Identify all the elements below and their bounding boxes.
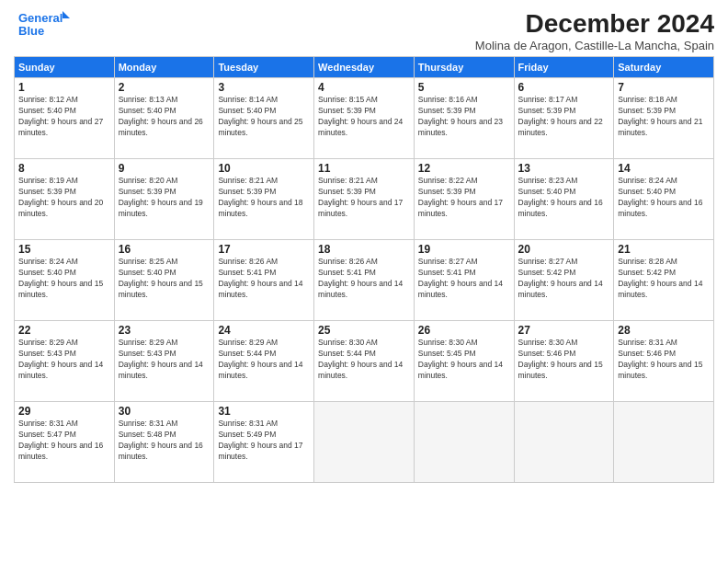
calendar-day: 14Sunrise: 8:24 AMSunset: 5:40 PMDayligh… — [614, 159, 714, 240]
day-number: 18 — [318, 243, 410, 256]
day-info: Sunrise: 8:22 AMSunset: 5:39 PMDaylight:… — [418, 176, 510, 220]
day-info: Sunrise: 8:23 AMSunset: 5:40 PMDaylight:… — [518, 176, 610, 220]
calendar-week: 1Sunrise: 8:12 AMSunset: 5:40 PMDaylight… — [15, 78, 714, 159]
day-number: 8 — [18, 162, 110, 175]
day-number: 16 — [119, 243, 210, 256]
calendar-day: 24Sunrise: 8:29 AMSunset: 5:44 PMDayligh… — [214, 321, 314, 402]
day-info: Sunrise: 8:31 AMSunset: 5:49 PMDaylight:… — [218, 419, 310, 463]
day-info: Sunrise: 8:28 AMSunset: 5:42 PMDaylight:… — [618, 257, 710, 301]
calendar-day: 29Sunrise: 8:31 AMSunset: 5:47 PMDayligh… — [15, 402, 115, 483]
page: GeneralBlue December 2024 Molina de Arag… — [0, 0, 728, 563]
day-number: 14 — [618, 162, 710, 175]
day-info: Sunrise: 8:16 AMSunset: 5:39 PMDaylight:… — [418, 95, 510, 139]
day-info: Sunrise: 8:20 AMSunset: 5:39 PMDaylight:… — [119, 176, 210, 220]
svg-text:General: General — [18, 11, 63, 25]
day-number: 28 — [618, 324, 710, 337]
calendar-day: 13Sunrise: 8:23 AMSunset: 5:40 PMDayligh… — [514, 159, 614, 240]
day-info: Sunrise: 8:26 AMSunset: 5:41 PMDaylight:… — [318, 257, 410, 301]
day-number: 11 — [318, 162, 410, 175]
day-info: Sunrise: 8:29 AMSunset: 5:43 PMDaylight:… — [18, 338, 110, 382]
day-header: Saturday — [614, 57, 714, 78]
location: Molina de Aragon, Castille-La Mancha, Sp… — [475, 39, 714, 52]
calendar-day: 17Sunrise: 8:26 AMSunset: 5:41 PMDayligh… — [214, 240, 314, 321]
day-info: Sunrise: 8:31 AMSunset: 5:47 PMDaylight:… — [18, 419, 110, 463]
day-number: 10 — [218, 162, 310, 175]
calendar-day: 12Sunrise: 8:22 AMSunset: 5:39 PMDayligh… — [414, 159, 514, 240]
calendar-day: 28Sunrise: 8:31 AMSunset: 5:46 PMDayligh… — [614, 321, 714, 402]
calendar-day: 26Sunrise: 8:30 AMSunset: 5:45 PMDayligh… — [414, 321, 514, 402]
day-info: Sunrise: 8:13 AMSunset: 5:40 PMDaylight:… — [119, 95, 210, 139]
day-info: Sunrise: 8:30 AMSunset: 5:46 PMDaylight:… — [518, 338, 610, 382]
calendar-day: 19Sunrise: 8:27 AMSunset: 5:41 PMDayligh… — [414, 240, 514, 321]
day-info: Sunrise: 8:15 AMSunset: 5:39 PMDaylight:… — [318, 95, 410, 139]
svg-marker-2 — [63, 11, 70, 18]
day-info: Sunrise: 8:30 AMSunset: 5:45 PMDaylight:… — [418, 338, 510, 382]
calendar-day: 27Sunrise: 8:30 AMSunset: 5:46 PMDayligh… — [514, 321, 614, 402]
calendar-day: 2Sunrise: 8:13 AMSunset: 5:40 PMDaylight… — [114, 78, 214, 159]
day-info: Sunrise: 8:29 AMSunset: 5:44 PMDaylight:… — [218, 338, 310, 382]
header: GeneralBlue December 2024 Molina de Arag… — [14, 9, 714, 52]
day-info: Sunrise: 8:25 AMSunset: 5:40 PMDaylight:… — [119, 257, 210, 301]
day-info: Sunrise: 8:19 AMSunset: 5:39 PMDaylight:… — [18, 176, 110, 220]
logo: GeneralBlue — [14, 9, 78, 41]
calendar-day: 21Sunrise: 8:28 AMSunset: 5:42 PMDayligh… — [614, 240, 714, 321]
calendar-week: 15Sunrise: 8:24 AMSunset: 5:40 PMDayligh… — [15, 240, 714, 321]
day-number: 9 — [119, 162, 210, 175]
calendar-day — [414, 402, 514, 483]
day-number: 25 — [318, 324, 410, 337]
day-number: 20 — [518, 243, 610, 256]
calendar: SundayMondayTuesdayWednesdayThursdayFrid… — [14, 56, 714, 483]
calendar-day: 6Sunrise: 8:17 AMSunset: 5:39 PMDaylight… — [514, 78, 614, 159]
calendar-day: 18Sunrise: 8:26 AMSunset: 5:41 PMDayligh… — [314, 240, 415, 321]
day-header: Tuesday — [214, 57, 314, 78]
title-section: December 2024 Molina de Aragon, Castille… — [475, 9, 714, 52]
calendar-week: 29Sunrise: 8:31 AMSunset: 5:47 PMDayligh… — [15, 402, 714, 483]
day-number: 21 — [618, 243, 710, 256]
day-info: Sunrise: 8:17 AMSunset: 5:39 PMDaylight:… — [518, 95, 610, 139]
calendar-day: 15Sunrise: 8:24 AMSunset: 5:40 PMDayligh… — [15, 240, 115, 321]
calendar-day: 30Sunrise: 8:31 AMSunset: 5:48 PMDayligh… — [114, 402, 214, 483]
day-header: Thursday — [414, 57, 514, 78]
day-info: Sunrise: 8:24 AMSunset: 5:40 PMDaylight:… — [618, 176, 710, 220]
day-number: 26 — [418, 324, 510, 337]
day-header: Sunday — [15, 57, 115, 78]
calendar-header: SundayMondayTuesdayWednesdayThursdayFrid… — [15, 57, 714, 78]
day-header: Friday — [514, 57, 614, 78]
calendar-day: 11Sunrise: 8:21 AMSunset: 5:39 PMDayligh… — [314, 159, 415, 240]
calendar-day: 4Sunrise: 8:15 AMSunset: 5:39 PMDaylight… — [314, 78, 415, 159]
day-info: Sunrise: 8:27 AMSunset: 5:41 PMDaylight:… — [418, 257, 510, 301]
calendar-day: 22Sunrise: 8:29 AMSunset: 5:43 PMDayligh… — [15, 321, 115, 402]
day-info: Sunrise: 8:31 AMSunset: 5:46 PMDaylight:… — [618, 338, 710, 382]
day-header: Wednesday — [314, 57, 415, 78]
calendar-week: 22Sunrise: 8:29 AMSunset: 5:43 PMDayligh… — [15, 321, 714, 402]
calendar-day: 25Sunrise: 8:30 AMSunset: 5:44 PMDayligh… — [314, 321, 415, 402]
day-number: 27 — [518, 324, 610, 337]
calendar-day — [614, 402, 714, 483]
day-number: 13 — [518, 162, 610, 175]
calendar-day — [314, 402, 415, 483]
day-info: Sunrise: 8:31 AMSunset: 5:48 PMDaylight:… — [119, 419, 210, 463]
day-info: Sunrise: 8:26 AMSunset: 5:41 PMDaylight:… — [218, 257, 310, 301]
calendar-day: 23Sunrise: 8:29 AMSunset: 5:43 PMDayligh… — [114, 321, 214, 402]
calendar-day: 8Sunrise: 8:19 AMSunset: 5:39 PMDaylight… — [15, 159, 115, 240]
day-info: Sunrise: 8:24 AMSunset: 5:40 PMDaylight:… — [18, 257, 110, 301]
day-number: 30 — [119, 405, 210, 418]
day-number: 7 — [618, 81, 710, 94]
day-info: Sunrise: 8:12 AMSunset: 5:40 PMDaylight:… — [18, 95, 110, 139]
day-info: Sunrise: 8:21 AMSunset: 5:39 PMDaylight:… — [218, 176, 310, 220]
day-info: Sunrise: 8:14 AMSunset: 5:40 PMDaylight:… — [218, 95, 310, 139]
svg-text:Blue: Blue — [18, 24, 44, 38]
day-info: Sunrise: 8:29 AMSunset: 5:43 PMDaylight:… — [119, 338, 210, 382]
day-header: Monday — [114, 57, 214, 78]
day-number: 3 — [218, 81, 310, 94]
day-info: Sunrise: 8:21 AMSunset: 5:39 PMDaylight:… — [318, 176, 410, 220]
day-number: 5 — [418, 81, 510, 94]
day-number: 29 — [18, 405, 110, 418]
day-number: 6 — [518, 81, 610, 94]
calendar-day: 7Sunrise: 8:18 AMSunset: 5:39 PMDaylight… — [614, 78, 714, 159]
day-number: 4 — [318, 81, 410, 94]
day-number: 31 — [218, 405, 310, 418]
day-info: Sunrise: 8:30 AMSunset: 5:44 PMDaylight:… — [318, 338, 410, 382]
calendar-day — [514, 402, 614, 483]
calendar-day: 20Sunrise: 8:27 AMSunset: 5:42 PMDayligh… — [514, 240, 614, 321]
